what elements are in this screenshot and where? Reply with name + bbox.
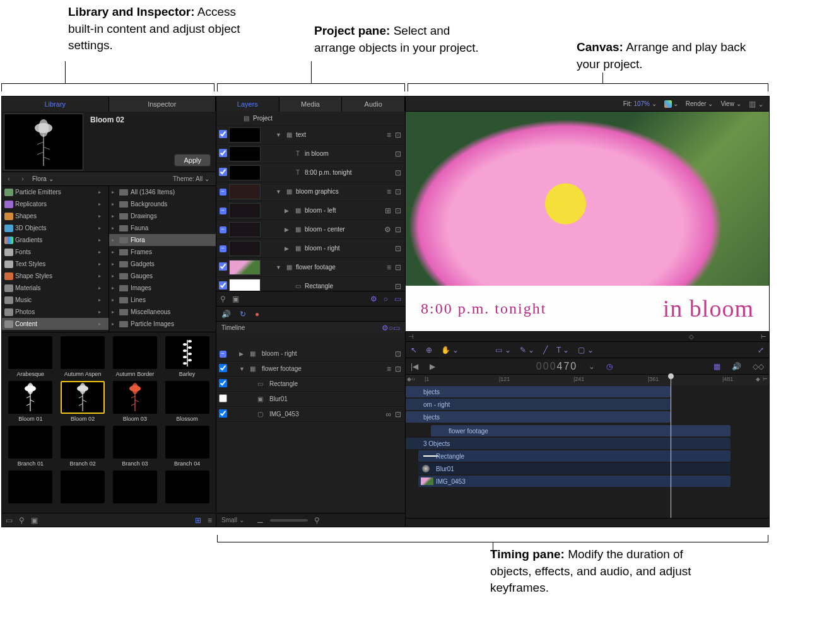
category-item[interactable]: Shapes▸ (2, 210, 109, 222)
thumbnail-item[interactable] (162, 471, 212, 505)
disclosure-right-icon[interactable]: ▶ (285, 226, 293, 233)
subcategory-item[interactable]: ▸Backgrounds (109, 198, 216, 210)
rect-tool-icon[interactable]: ▭ ⌄ (495, 346, 510, 354)
row-action-icon[interactable]: ⊡ (395, 206, 401, 215)
keyframe-nav-icon[interactable]: ◆‹› (407, 376, 415, 382)
mask-tool-icon[interactable]: ▢ ⌄ (578, 346, 593, 354)
new-folder-icon[interactable]: ▣ (31, 516, 38, 525)
row-action-icon[interactable]: ⊡ (395, 244, 401, 253)
visibility-checkbox[interactable] (219, 130, 227, 138)
thumbnail-item[interactable]: Branch 01 (6, 426, 56, 467)
row-action-icon[interactable]: ⊡ (395, 149, 401, 158)
thumbnail-item[interactable]: Bloom 02 (58, 381, 108, 422)
nav-back-icon[interactable]: ‹ (2, 175, 16, 182)
track-row[interactable]: 3 Objects (406, 437, 769, 450)
category-item[interactable]: Replicators▸ (2, 198, 109, 210)
timeline-layer-row[interactable]: −▶▦bloom - right⊡ (216, 346, 405, 361)
row-action-icon[interactable]: ⊡ (395, 131, 401, 139)
playhead[interactable] (671, 375, 671, 385)
thumbnail-item[interactable]: Arabesque (6, 336, 56, 377)
play-icon[interactable]: ▶ (430, 362, 435, 371)
thumbnail-item[interactable]: Autumn Border (110, 336, 160, 377)
category-item[interactable]: Photos▸ (2, 306, 109, 318)
subcategory-item[interactable]: ▸Particle Images (109, 318, 216, 330)
tab-media[interactable]: Media (279, 97, 343, 112)
layer-row[interactable]: T8:00 p.m. tonight⊡ (216, 163, 405, 182)
visibility-checkbox[interactable]: − (220, 226, 226, 233)
grid-view-icon[interactable]: ⊞ (195, 516, 201, 525)
subcategory-item[interactable]: ▸Symbols (109, 330, 216, 332)
keyframe-panel-icon[interactable]: ◇◇ (753, 362, 764, 371)
mask-icon[interactable]: ▭ (394, 295, 401, 303)
color-channel-dropdown[interactable]: ⌄ (664, 100, 678, 108)
thumbnail-item[interactable]: Autumn Aspen (58, 336, 108, 377)
row-action-icon[interactable]: ⊡ (395, 187, 401, 196)
visibility-checkbox[interactable] (219, 379, 227, 387)
list-view-icon[interactable]: ≡ (208, 516, 212, 525)
brush-tool-icon[interactable]: ╱ (543, 346, 548, 354)
visibility-checkbox[interactable] (219, 281, 227, 290)
track-row[interactable]: flower footage (406, 424, 769, 437)
mini-timeline[interactable]: ⊣ ◇ ⊢ (406, 331, 769, 341)
timeline-layer-row[interactable]: ▢IMG_0453∞⊡ (216, 407, 405, 422)
canvas-viewer[interactable]: 8:00 p.m. tonight in bloom (406, 112, 769, 331)
thumbnail-item[interactable]: Branch 03 (110, 426, 160, 467)
thumbnail-item[interactable] (110, 471, 160, 505)
track-row[interactable]: Blur01 (406, 462, 769, 475)
visibility-checkbox[interactable] (219, 168, 227, 176)
disclosure-down-icon[interactable]: ▼ (276, 189, 285, 195)
subcategory-item[interactable]: ▸Images (109, 282, 216, 294)
row-action-icon[interactable]: ≡ (387, 131, 391, 139)
row-action-icon[interactable]: ⊡ (395, 168, 401, 177)
tab-audio[interactable]: Audio (342, 97, 405, 112)
behavior-icon[interactable]: ⚙ (382, 324, 389, 332)
record-icon[interactable]: ● (255, 310, 259, 319)
thumbnail-item[interactable]: Barley (162, 336, 212, 377)
category-item[interactable]: Particle Emitters▸ (2, 186, 109, 198)
subcategory-item[interactable]: ▸Flora (109, 234, 216, 246)
loop-icon[interactable]: ↻ (240, 310, 246, 319)
behavior-icon[interactable]: ⚙ (370, 295, 377, 303)
timeline-scrollbar[interactable] (406, 518, 769, 527)
layer-row[interactable]: ▤Project (216, 112, 405, 126)
layer-row[interactable]: Tin bloom⊡ (216, 144, 405, 163)
subcategory-item[interactable]: ▸All (1346 Items) (109, 186, 216, 198)
tab-inspector[interactable]: Inspector (109, 97, 216, 112)
timeline-layer-row[interactable]: ▭Rectangle (216, 377, 405, 392)
in-point-icon[interactable]: ⊣ (408, 333, 414, 340)
subcategory-item[interactable]: ▸Gadgets (109, 258, 216, 270)
playhead-icon[interactable]: ◇ (689, 333, 694, 340)
zoom-slider[interactable] (270, 519, 308, 522)
thumbnail-item[interactable] (6, 471, 56, 505)
theme-dropdown[interactable]: Theme: All ⌄ (159, 175, 216, 182)
visibility-checkbox[interactable] (219, 394, 227, 402)
layer-row[interactable]: −▶▦bloom - left⊞⊡ (216, 201, 405, 220)
visibility-checkbox[interactable] (219, 149, 227, 157)
audio-panel-icon[interactable]: 🔊 (732, 362, 741, 371)
disclosure-down-icon[interactable]: ▼ (276, 132, 285, 138)
row-action-icon[interactable]: ⊡ (395, 365, 401, 373)
subcategory-item[interactable]: ▸Drawings (109, 210, 216, 222)
mask-icon[interactable]: ▭ (393, 324, 400, 332)
row-action-icon[interactable]: ⊡ (395, 349, 401, 358)
subcategory-item[interactable]: ▸Frames (109, 246, 216, 258)
row-action-icon[interactable]: ⊡ (395, 282, 401, 291)
thumbnail-item[interactable]: Branch 04 (162, 426, 212, 467)
clip-bar[interactable] (406, 438, 731, 449)
go-start-icon[interactable]: |◀ (411, 362, 418, 371)
visibility-checkbox[interactable]: − (220, 245, 226, 252)
fit-dropdown[interactable]: Fit: 107% ⌄ (623, 100, 657, 107)
subcategory-item[interactable]: ▸Miscellaneous (109, 306, 216, 318)
layer-row[interactable]: −▶▦bloom - right⊡ (216, 239, 405, 258)
visibility-checkbox[interactable]: − (220, 208, 226, 214)
clip-bar[interactable] (406, 386, 671, 397)
filter-icon[interactable]: ○ (389, 324, 393, 332)
disclosure-right-icon[interactable]: ▶ (285, 245, 293, 252)
track-row[interactable]: om - right (406, 398, 769, 411)
row-action-icon[interactable]: ⊡ (395, 410, 401, 419)
transform-tool-icon[interactable]: ⊕ (426, 346, 432, 354)
row-action-icon[interactable]: ≡ (387, 365, 391, 373)
thumbnail-item[interactable]: Bloom 01 (6, 381, 56, 422)
track-row[interactable]: Rectangle (406, 450, 769, 462)
row-action-icon[interactable]: ⊡ (395, 225, 401, 234)
